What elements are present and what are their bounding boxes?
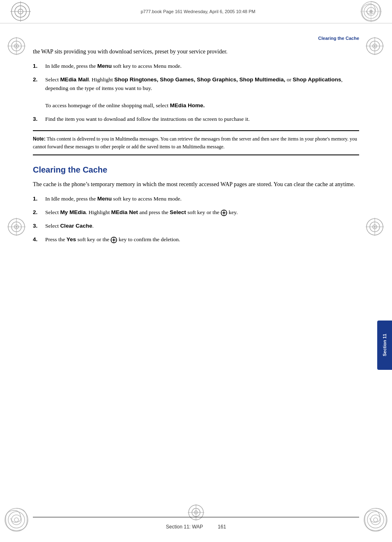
bottom-left-spiral-icon	[4, 507, 29, 534]
cache-step-2: 2. Select My MEdia. Highlight MEdia Net …	[33, 208, 359, 217]
cache-step-1: 1. In Idle mode, press the Menu soft key…	[33, 195, 359, 203]
svg-point-38	[14, 518, 18, 522]
bold-menu-1: Menu	[97, 63, 112, 69]
svg-point-37	[12, 515, 21, 525]
intro-paragraph: the WAP sits providing you with download…	[33, 47, 359, 56]
right-top-crosshair-icon	[366, 37, 384, 57]
header-bar: p777.book Page 161 Wednesday, April 6, 2…	[0, 0, 392, 23]
footer-line	[33, 517, 359, 517]
left-mid-crosshair-icon	[7, 218, 25, 238]
header-text: p777.book Page 161 Wednesday, April 6, 2…	[141, 9, 255, 14]
bold-select: Select	[170, 209, 186, 215]
bold-yes: Yes	[67, 236, 76, 242]
svg-point-52	[223, 212, 225, 214]
bold-media-home: MEdia Home.	[170, 102, 205, 108]
svg-point-41	[371, 515, 380, 525]
footer: Section 11: WAP 161	[0, 524, 392, 530]
svg-point-42	[374, 518, 378, 522]
bottom-center-crosshair-icon	[188, 504, 204, 522]
section-11-tab: Section 11	[377, 321, 392, 370]
second-steps-list: 1. In Idle mode, press the Menu soft key…	[33, 195, 359, 244]
note-box: Note: This content is delivered to you i…	[33, 130, 359, 155]
first-steps-list: 1. In Idle mode, press the Menu soft key…	[33, 62, 359, 124]
cache-step-4: 4. Press the Yes soft key or the key to …	[33, 235, 359, 244]
bold-menu-2: Menu	[97, 196, 112, 202]
bold-my-media: My MEdia	[60, 209, 85, 215]
section-tab-label: Section 11	[382, 334, 387, 356]
top-left-crosshair-icon	[10, 1, 31, 22]
step-3: 3. Find the item you want to download an…	[33, 115, 359, 124]
right-mid-crosshair-icon	[366, 218, 384, 238]
clearing-cache-title: Clearing the Cache	[33, 165, 359, 175]
top-right-spiral-icon	[355, 3, 380, 20]
nav-key-icon-2	[111, 237, 117, 243]
bold-shop-rt: Shop Ringtones, Shop Games, Shop Graphic…	[114, 76, 285, 83]
main-content: Clearing the Cache the WAP sits providin…	[0, 28, 392, 259]
nav-key-icon-1	[221, 210, 227, 216]
note-label: Note:	[33, 136, 46, 142]
bold-clear-cache: Clear Cache	[60, 223, 92, 229]
cache-step-3: 3. Select Clear Cache.	[33, 222, 359, 231]
bold-shop-apps: Shop Applications	[293, 76, 341, 83]
svg-point-56	[113, 239, 115, 241]
step-2: 2. Select MEdia Mall. Highlight Shop Rin…	[33, 76, 359, 110]
left-top-crosshair-icon	[7, 37, 25, 57]
note-text: This content is delivered to you in Mult…	[33, 136, 357, 150]
page-section-heading: Clearing the Cache	[33, 36, 359, 41]
footer-page-number: 161	[218, 524, 226, 530]
page-container: p777.book Page 161 Wednesday, April 6, 2…	[0, 0, 392, 542]
footer-section-label: Section 11: WAP	[166, 524, 203, 530]
bottom-right-spiral-icon	[363, 507, 388, 534]
step-1: 1. In Idle mode, press the Menu soft key…	[33, 62, 359, 71]
bold-media-mall: MEdia Mall	[60, 76, 89, 83]
bold-media-net: MEdia Net	[111, 209, 138, 215]
cache-body-text: The cache is the phone’s temporary memor…	[33, 180, 359, 189]
